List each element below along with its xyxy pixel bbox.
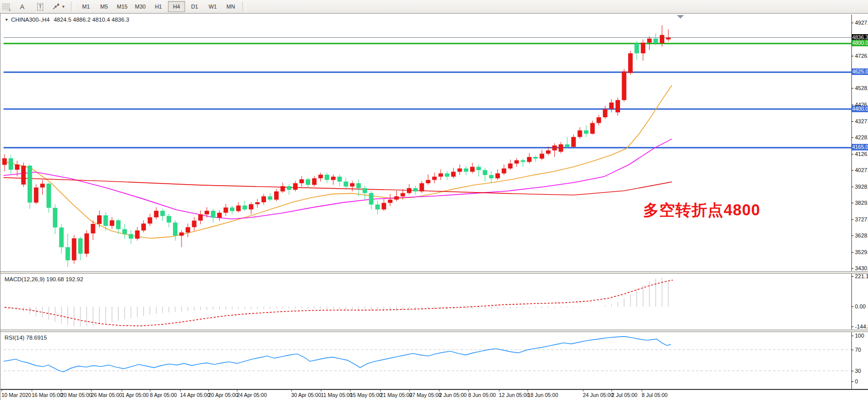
rsi-panel[interactable] [1,332,868,388]
price-tick-mark [851,23,853,23]
chart-window: ▼ CHINA300-,H4 4824.5 4886.2 4810.4 4836… [0,13,868,400]
price-tick-label: 3829.0 [855,200,868,206]
time-tick-mark [91,390,92,391]
rsi-tick-label: 100 [855,333,864,339]
price-badge-4800.0: 4800.0 [852,40,868,46]
time-axis-label: 12 Jun 05:00 [499,392,530,398]
time-tick-mark [612,390,612,391]
macd-tick-label: 0.00 [855,303,865,309]
time-axis-label: 20 Apr 05:00 [208,392,238,398]
time-axis-label: 20 Mar 05:00 [61,392,92,398]
rsi-tick-mark [851,350,853,350]
chart-menu-dropdown-icon[interactable]: ▼ [5,18,9,22]
time-axis[interactable]: 10 Mar 202016 Mar 05:0020 Mar 05:0026 Ma… [1,389,868,400]
time-axis-label: 24 Apr 05:00 [237,392,267,398]
time-axis-label: 2 Jun 05:00 [439,392,467,398]
time-axis-label: 18 Jun 05:00 [528,392,558,398]
main-chart-panel[interactable] [1,15,868,271]
time-axis-label: 24 Jun 05:00 [583,392,614,398]
text-label-icon: A [20,3,25,11]
symbol-title-bar: ▼ CHINA300-,H4 4824.5 4886.2 4810.4 4836… [5,17,129,23]
macd-tick-mark [851,306,853,307]
time-tick-mark [291,390,292,391]
time-tick-mark [237,390,237,391]
price-tick-label: 4228.0 [855,134,868,140]
dropdown-caret-icon: ▼ [61,5,65,9]
price-tick-mark [851,203,853,203]
timeframe-button-mn[interactable]: MN [222,1,239,12]
price-tick-mark [851,154,853,154]
rsi-tick-label: 30 [855,368,861,374]
timeframe-button-h4[interactable]: H4 [168,1,185,12]
price-tick-mark [851,170,853,171]
price-tick-mark [851,56,853,56]
macd-panel[interactable] [1,274,868,330]
time-axis-label: 1 Apr 05:00 [122,392,149,398]
price-tick-mark [851,235,853,236]
time-axis-label: 27 May 05:00 [409,392,442,398]
timeframe-button-m5[interactable]: M5 [96,1,113,12]
time-tick-mark [61,390,61,391]
time-axis-label: 8 Jun 05:00 [468,392,496,398]
macd-indicator-label: MACD(12,26,9) 190.68 192.92 [5,276,83,282]
rsi-tick-label: 70 [855,347,861,353]
price-tick-mark [851,219,853,220]
price-badge-4400.0: 4400.0 [852,106,868,112]
macd-tick-mark [851,276,853,277]
time-tick-mark [409,390,410,391]
rsi-tick-mark [851,336,853,336]
cursor-arrows-icon [52,3,60,10]
time-tick-mark [208,390,209,391]
toolbar-drag-handle[interactable]: F [2,3,10,10]
macd-splitter[interactable] [1,271,868,274]
macd-tick-label: 221.13 [855,273,868,279]
price-tick-mark [851,88,853,89]
rsi-splitter[interactable] [1,330,868,332]
price-tick-label: 4126.0 [855,151,868,157]
rsi-indicator-label: RSI(14) 78.6915 [5,335,47,341]
symbol-ohlc-readout: 4824.5 4886.2 4810.4 4836.3 [54,17,129,23]
timeframe-button-m1[interactable]: M1 [77,1,95,12]
time-tick-mark [32,390,32,391]
price-tick-mark [851,252,853,253]
time-tick-mark [150,390,150,391]
timeframe-button-m15[interactable]: M15 [114,1,131,12]
time-tick-mark [439,390,440,391]
chart-text-annotation: 多空转折点4800 [643,200,760,221]
time-axis-label: 8 Jul 05:00 [642,392,667,398]
price-badge-4625.0: 4625.0 [852,68,868,75]
text-box-tool-button[interactable]: T [32,1,49,13]
time-tick-mark [380,390,381,391]
timeframe-button-d1[interactable]: D1 [186,1,203,12]
price-tick-label: 3928.0 [855,184,868,190]
toolbar-separator [242,2,246,12]
time-axis-label: 14 Apr 05:00 [180,392,210,398]
time-tick-mark [642,390,642,391]
time-tick-mark [122,390,122,391]
time-tick-mark [583,390,583,391]
time-tick-mark [350,390,351,391]
timeframe-button-m30[interactable]: M30 [132,1,149,12]
timeframe-button-w1[interactable]: W1 [204,1,221,12]
timeframe-button-h1[interactable]: H1 [150,1,167,12]
rsi-tick-mark [851,381,853,382]
toolbar-separator [71,2,74,12]
price-tick-label: 4927.0 [855,20,868,26]
time-axis-label: 21 May 05:00 [380,392,412,398]
price-tick-label: 4726.0 [855,53,868,59]
price-tick-label: 4528.0 [855,85,868,91]
time-axis-label: 8 Apr 05:00 [150,392,177,398]
time-tick-mark [2,390,2,391]
time-tick-mark [528,390,528,391]
time-axis-label: 15 May 05:00 [350,392,382,398]
price-tick-mark [851,187,853,187]
cursor-tool-button[interactable]: ▼ [50,1,68,13]
price-tick-label: 3727.0 [855,216,868,222]
time-axis-label: 30 Apr 05:00 [291,392,321,398]
price-tick-label: 4027.0 [855,167,868,173]
price-tick-label: 4327.0 [855,118,868,124]
rsi-tick-label: 0 [855,378,858,384]
macd-tick-label: -144.84 [855,324,868,330]
text-label-tool-button[interactable]: A [14,1,31,13]
time-tick-mark [321,390,321,391]
